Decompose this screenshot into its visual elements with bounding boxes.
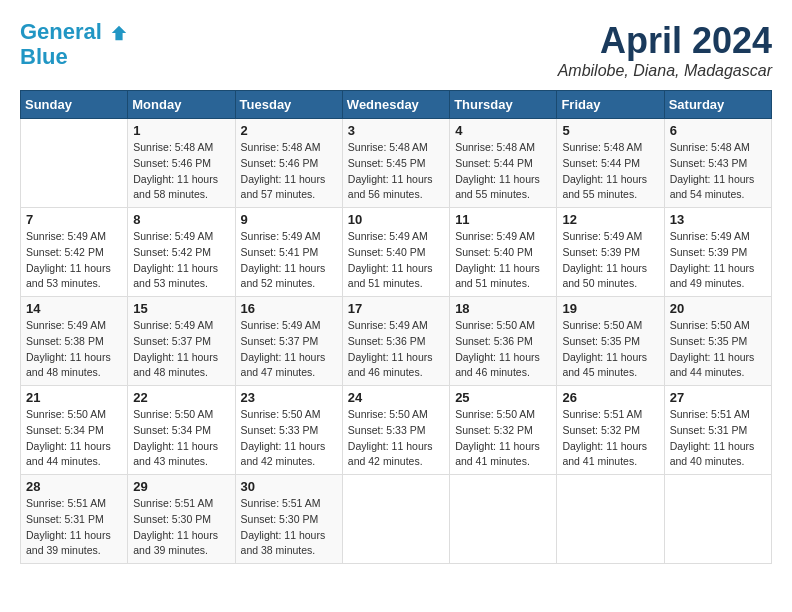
calendar-cell: 28 Sunrise: 5:51 AMSunset: 5:31 PMDaylig… — [21, 475, 128, 564]
calendar-cell: 13 Sunrise: 5:49 AMSunset: 5:39 PMDaylig… — [664, 208, 771, 297]
calendar-week-5: 28 Sunrise: 5:51 AMSunset: 5:31 PMDaylig… — [21, 475, 772, 564]
calendar-cell: 15 Sunrise: 5:49 AMSunset: 5:37 PMDaylig… — [128, 297, 235, 386]
day-detail: Sunrise: 5:48 AMSunset: 5:43 PMDaylight:… — [670, 140, 766, 203]
location: Ambilobe, Diana, Madagascar — [558, 62, 772, 80]
calendar-cell — [450, 475, 557, 564]
calendar-table: SundayMondayTuesdayWednesdayThursdayFrid… — [20, 90, 772, 564]
day-number: 3 — [348, 123, 444, 138]
calendar-cell: 21 Sunrise: 5:50 AMSunset: 5:34 PMDaylig… — [21, 386, 128, 475]
month-title: April 2024 — [558, 20, 772, 62]
day-number: 12 — [562, 212, 658, 227]
day-detail: Sunrise: 5:50 AMSunset: 5:36 PMDaylight:… — [455, 318, 551, 381]
day-number: 11 — [455, 212, 551, 227]
calendar-cell: 10 Sunrise: 5:49 AMSunset: 5:40 PMDaylig… — [342, 208, 449, 297]
day-detail: Sunrise: 5:49 AMSunset: 5:39 PMDaylight:… — [670, 229, 766, 292]
day-detail: Sunrise: 5:50 AMSunset: 5:34 PMDaylight:… — [26, 407, 122, 470]
day-detail: Sunrise: 5:48 AMSunset: 5:44 PMDaylight:… — [562, 140, 658, 203]
day-number: 2 — [241, 123, 337, 138]
day-detail: Sunrise: 5:49 AMSunset: 5:39 PMDaylight:… — [562, 229, 658, 292]
day-detail: Sunrise: 5:50 AMSunset: 5:33 PMDaylight:… — [241, 407, 337, 470]
day-number: 7 — [26, 212, 122, 227]
day-detail: Sunrise: 5:50 AMSunset: 5:34 PMDaylight:… — [133, 407, 229, 470]
calendar-cell: 2 Sunrise: 5:48 AMSunset: 5:46 PMDayligh… — [235, 119, 342, 208]
weekday-header-thursday: Thursday — [450, 91, 557, 119]
calendar-cell: 1 Sunrise: 5:48 AMSunset: 5:46 PMDayligh… — [128, 119, 235, 208]
day-number: 18 — [455, 301, 551, 316]
day-number: 22 — [133, 390, 229, 405]
day-number: 13 — [670, 212, 766, 227]
day-detail: Sunrise: 5:50 AMSunset: 5:32 PMDaylight:… — [455, 407, 551, 470]
calendar-cell: 24 Sunrise: 5:50 AMSunset: 5:33 PMDaylig… — [342, 386, 449, 475]
day-number: 5 — [562, 123, 658, 138]
calendar-cell: 4 Sunrise: 5:48 AMSunset: 5:44 PMDayligh… — [450, 119, 557, 208]
calendar-cell — [342, 475, 449, 564]
day-detail: Sunrise: 5:49 AMSunset: 5:42 PMDaylight:… — [26, 229, 122, 292]
day-detail: Sunrise: 5:49 AMSunset: 5:38 PMDaylight:… — [26, 318, 122, 381]
day-number: 27 — [670, 390, 766, 405]
day-number: 9 — [241, 212, 337, 227]
calendar-cell: 27 Sunrise: 5:51 AMSunset: 5:31 PMDaylig… — [664, 386, 771, 475]
calendar-cell: 16 Sunrise: 5:49 AMSunset: 5:37 PMDaylig… — [235, 297, 342, 386]
calendar-cell: 25 Sunrise: 5:50 AMSunset: 5:32 PMDaylig… — [450, 386, 557, 475]
day-number: 24 — [348, 390, 444, 405]
calendar-cell: 30 Sunrise: 5:51 AMSunset: 5:30 PMDaylig… — [235, 475, 342, 564]
day-detail: Sunrise: 5:49 AMSunset: 5:42 PMDaylight:… — [133, 229, 229, 292]
day-number: 6 — [670, 123, 766, 138]
day-detail: Sunrise: 5:49 AMSunset: 5:37 PMDaylight:… — [241, 318, 337, 381]
day-number: 20 — [670, 301, 766, 316]
calendar-cell: 11 Sunrise: 5:49 AMSunset: 5:40 PMDaylig… — [450, 208, 557, 297]
calendar-cell: 20 Sunrise: 5:50 AMSunset: 5:35 PMDaylig… — [664, 297, 771, 386]
day-detail: Sunrise: 5:49 AMSunset: 5:41 PMDaylight:… — [241, 229, 337, 292]
calendar-cell: 19 Sunrise: 5:50 AMSunset: 5:35 PMDaylig… — [557, 297, 664, 386]
calendar-cell — [557, 475, 664, 564]
day-detail: Sunrise: 5:48 AMSunset: 5:45 PMDaylight:… — [348, 140, 444, 203]
page-header: General Blue April 2024 Ambilobe, Diana,… — [20, 20, 772, 80]
day-number: 16 — [241, 301, 337, 316]
logo-line2: Blue — [20, 44, 128, 70]
day-number: 28 — [26, 479, 122, 494]
calendar-cell: 26 Sunrise: 5:51 AMSunset: 5:32 PMDaylig… — [557, 386, 664, 475]
calendar-cell: 12 Sunrise: 5:49 AMSunset: 5:39 PMDaylig… — [557, 208, 664, 297]
day-detail: Sunrise: 5:50 AMSunset: 5:33 PMDaylight:… — [348, 407, 444, 470]
calendar-cell — [21, 119, 128, 208]
day-number: 21 — [26, 390, 122, 405]
day-number: 26 — [562, 390, 658, 405]
weekday-header-wednesday: Wednesday — [342, 91, 449, 119]
calendar-cell: 8 Sunrise: 5:49 AMSunset: 5:42 PMDayligh… — [128, 208, 235, 297]
day-detail: Sunrise: 5:48 AMSunset: 5:44 PMDaylight:… — [455, 140, 551, 203]
calendar-cell — [664, 475, 771, 564]
calendar-cell: 29 Sunrise: 5:51 AMSunset: 5:30 PMDaylig… — [128, 475, 235, 564]
day-number: 17 — [348, 301, 444, 316]
logo-icon — [110, 24, 128, 42]
day-detail: Sunrise: 5:49 AMSunset: 5:36 PMDaylight:… — [348, 318, 444, 381]
weekday-header-friday: Friday — [557, 91, 664, 119]
weekday-header-row: SundayMondayTuesdayWednesdayThursdayFrid… — [21, 91, 772, 119]
day-detail: Sunrise: 5:49 AMSunset: 5:40 PMDaylight:… — [348, 229, 444, 292]
day-detail: Sunrise: 5:51 AMSunset: 5:30 PMDaylight:… — [241, 496, 337, 559]
calendar-cell: 9 Sunrise: 5:49 AMSunset: 5:41 PMDayligh… — [235, 208, 342, 297]
calendar-cell: 14 Sunrise: 5:49 AMSunset: 5:38 PMDaylig… — [21, 297, 128, 386]
calendar-cell: 5 Sunrise: 5:48 AMSunset: 5:44 PMDayligh… — [557, 119, 664, 208]
day-number: 29 — [133, 479, 229, 494]
weekday-header-monday: Monday — [128, 91, 235, 119]
calendar-cell: 22 Sunrise: 5:50 AMSunset: 5:34 PMDaylig… — [128, 386, 235, 475]
day-number: 23 — [241, 390, 337, 405]
day-number: 10 — [348, 212, 444, 227]
weekday-header-tuesday: Tuesday — [235, 91, 342, 119]
day-number: 19 — [562, 301, 658, 316]
weekday-header-saturday: Saturday — [664, 91, 771, 119]
calendar-week-2: 7 Sunrise: 5:49 AMSunset: 5:42 PMDayligh… — [21, 208, 772, 297]
logo: General Blue — [20, 20, 128, 70]
calendar-week-3: 14 Sunrise: 5:49 AMSunset: 5:38 PMDaylig… — [21, 297, 772, 386]
day-number: 14 — [26, 301, 122, 316]
calendar-week-1: 1 Sunrise: 5:48 AMSunset: 5:46 PMDayligh… — [21, 119, 772, 208]
day-number: 8 — [133, 212, 229, 227]
day-detail: Sunrise: 5:48 AMSunset: 5:46 PMDaylight:… — [241, 140, 337, 203]
day-number: 1 — [133, 123, 229, 138]
day-detail: Sunrise: 5:50 AMSunset: 5:35 PMDaylight:… — [670, 318, 766, 381]
calendar-cell: 17 Sunrise: 5:49 AMSunset: 5:36 PMDaylig… — [342, 297, 449, 386]
calendar-cell: 6 Sunrise: 5:48 AMSunset: 5:43 PMDayligh… — [664, 119, 771, 208]
calendar-cell: 18 Sunrise: 5:50 AMSunset: 5:36 PMDaylig… — [450, 297, 557, 386]
day-detail: Sunrise: 5:49 AMSunset: 5:37 PMDaylight:… — [133, 318, 229, 381]
logo-text: General — [20, 20, 128, 44]
